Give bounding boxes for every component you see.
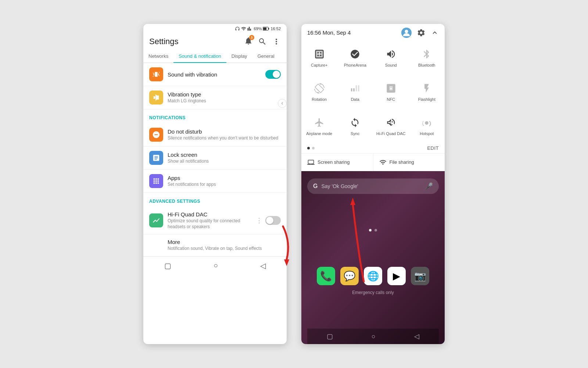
more-row[interactable]: More Notification sound, Vibrate on tap,… xyxy=(143,234,287,256)
edit-button[interactable]: EDIT xyxy=(427,145,439,151)
google-search-bar[interactable]: G Say 'Ok Google' 🎤 xyxy=(307,178,439,194)
right-phone: 16:56 Mon, Sep 4 xyxy=(301,24,445,344)
search-hint: Say 'Ok Google' xyxy=(321,183,421,189)
svg-rect-2 xyxy=(263,28,267,30)
notifications-section-header: NOTIFICATIONS xyxy=(143,109,287,123)
advanced-section-header: ADVANCED SETTINGS xyxy=(143,193,287,207)
search-icon[interactable] xyxy=(258,37,267,46)
collapse-btn[interactable] xyxy=(278,99,287,108)
do-not-disturb-row[interactable]: Do not disturb Silence notifications whe… xyxy=(143,123,287,146)
svg-point-4 xyxy=(405,30,408,33)
qs-tile-bluetooth[interactable]: Bluetooth xyxy=(409,43,445,71)
nav-home-left[interactable]: ○ xyxy=(214,261,218,270)
app-chrome[interactable]: 🌐 xyxy=(364,267,382,285)
mic-icon: 🎤 xyxy=(425,182,433,190)
app-camera[interactable]: 📷 xyxy=(411,267,429,285)
qs-pagination-row: EDIT xyxy=(301,143,445,153)
qs-tile-airplane[interactable]: Airplane mode xyxy=(301,112,337,140)
nav-recent-left[interactable]: ◁ xyxy=(260,261,266,270)
home-dot-2 xyxy=(374,229,377,231)
nfc-icon xyxy=(384,81,398,96)
nav-back-left[interactable]: ▢ xyxy=(164,261,171,270)
nav-home-right[interactable]: ○ xyxy=(372,333,376,340)
chevron-up-icon[interactable] xyxy=(431,29,439,37)
sound-vibration-toggle[interactable] xyxy=(265,70,281,79)
nfc-label: NFC xyxy=(387,97,395,102)
battery-percent: 69% xyxy=(254,26,262,31)
home-screen: G Say 'Ok Google' 🎤 📞 💬 🌐 ▶ 📷 E xyxy=(301,171,445,344)
qs-tile-sync[interactable]: Sync xyxy=(337,112,373,140)
sync-icon xyxy=(348,115,362,130)
emergency-text: Emergency calls only xyxy=(352,290,394,295)
google-logo: G xyxy=(313,183,318,190)
tab-sound[interactable]: Sound & notification xyxy=(173,50,226,63)
sync-label: Sync xyxy=(351,131,359,136)
settings-tabs: Networks Sound & notification Display Ge… xyxy=(143,50,287,63)
status-time: 16:52 xyxy=(270,26,281,31)
nav-recent-right[interactable]: ◁ xyxy=(414,332,419,340)
notification-bell[interactable]: 3 xyxy=(244,36,253,47)
left-phone: 69% 16:52 Settings 3 Networks Sound & no… xyxy=(143,24,287,344)
qs-tile-sound[interactable]: Sound xyxy=(373,43,409,71)
hifi-dac-row[interactable]: Hi-Fi Quad DAC Optimize sound quality fo… xyxy=(143,207,287,234)
screen-sharing-label: Screen sharing xyxy=(318,159,349,165)
qs-tile-hifi[interactable]: Hi-Fi Quad DAC xyxy=(373,112,409,140)
phonearena-label: PhoneArena xyxy=(344,63,366,68)
app-messages[interactable]: 💬 xyxy=(340,267,359,285)
qs-tile-nfc[interactable]: NFC xyxy=(373,77,409,106)
qs-tile-hotspot[interactable]: Hotspot xyxy=(409,112,445,140)
home-dot-1 xyxy=(369,229,372,231)
nav-back-right[interactable]: ▢ xyxy=(327,332,333,340)
apps-text: Apps Set notifications for apps xyxy=(168,175,281,188)
lock-screen-row[interactable]: Lock screen Show all notifications xyxy=(143,146,287,170)
data-label: Data xyxy=(351,97,359,102)
more-text: More Notification sound, Vibrate on tap,… xyxy=(168,239,281,252)
data-icon xyxy=(348,81,362,96)
lock-screen-icon xyxy=(149,151,163,165)
svg-rect-1 xyxy=(268,28,269,30)
tab-networks[interactable]: Networks xyxy=(143,50,173,63)
app-play[interactable]: ▶ xyxy=(387,267,406,285)
sound-icon xyxy=(384,47,398,61)
app-phone[interactable]: 📞 xyxy=(317,267,335,285)
hifi-options-dots[interactable]: ⋮ xyxy=(256,216,262,224)
screen-sharing-icon xyxy=(307,159,315,166)
qs-time: 16:56 Mon, Sep 4 xyxy=(307,29,351,36)
file-sharing-label: File sharing xyxy=(390,159,414,165)
hifi-dac-toggle[interactable] xyxy=(265,216,281,225)
page-dot-1 xyxy=(307,147,310,149)
hifi-icon xyxy=(384,115,398,130)
sound-label: Sound xyxy=(385,63,397,68)
qs-header: 16:56 Mon, Sep 4 xyxy=(301,24,445,40)
home-apps-row: 📞 💬 🌐 ▶ 📷 xyxy=(317,267,429,285)
tab-general[interactable]: General xyxy=(252,50,279,63)
hotspot-label: Hotspot xyxy=(420,131,434,136)
flashlight-label: Flashlight xyxy=(418,97,435,102)
capture-label: Capture+ xyxy=(311,63,328,68)
status-bar-left: 69% 16:52 xyxy=(143,24,287,33)
user-avatar-icon[interactable] xyxy=(401,28,412,38)
screen-sharing-item[interactable]: Screen sharing xyxy=(301,153,373,171)
qs-grid-row1: Capture+ PhoneArena Sound xyxy=(301,40,445,74)
qs-tile-capture[interactable]: Capture+ xyxy=(301,43,337,71)
apps-icon xyxy=(149,174,163,188)
tab-display[interactable]: Display xyxy=(226,50,252,63)
qs-tile-phonearena[interactable]: PhoneArena xyxy=(337,43,373,71)
settings-icon[interactable] xyxy=(417,28,426,37)
apps-row[interactable]: Apps Set notifications for apps xyxy=(143,170,287,193)
file-sharing-icon xyxy=(379,159,387,166)
flashlight-icon xyxy=(419,81,434,96)
sound-vibration-icon xyxy=(149,67,163,81)
lock-screen-text: Lock screen Show all notifications xyxy=(168,152,281,164)
vibration-type-row[interactable]: Vibration type Match LG ringtones xyxy=(143,86,287,109)
hotspot-icon xyxy=(419,115,434,130)
hifi-label: Hi-Fi Quad DAC xyxy=(376,131,405,136)
qs-tile-flashlight[interactable]: Flashlight xyxy=(409,77,445,106)
qs-tile-rotation[interactable]: Rotation xyxy=(301,77,337,106)
sound-vibration-row: Sound with vibration xyxy=(143,63,287,86)
top-bar: Settings 3 xyxy=(143,33,287,50)
more-icon[interactable] xyxy=(272,37,281,46)
rotation-label: Rotation xyxy=(312,97,327,102)
file-sharing-item[interactable]: File sharing xyxy=(373,153,445,171)
qs-tile-data[interactable]: Data xyxy=(337,77,373,106)
